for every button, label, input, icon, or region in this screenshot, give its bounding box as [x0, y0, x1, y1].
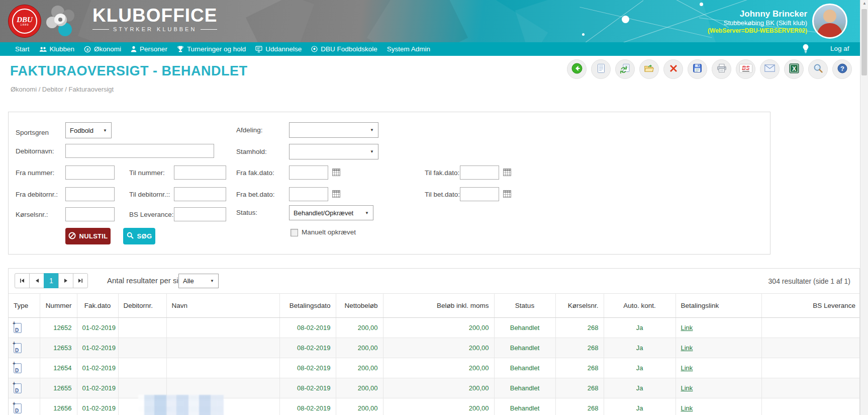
- til-nummer-input[interactable]: [174, 165, 226, 180]
- logout-link[interactable]: Log af: [830, 45, 849, 52]
- afdeling-select[interactable]: ▼: [289, 122, 378, 138]
- nav-item-uddannelse[interactable]: Uddannelse: [255, 45, 302, 53]
- invoice-document-icon[interactable]: [14, 343, 22, 353]
- sportsgren-select[interactable]: Fodbold ▼: [65, 122, 112, 138]
- calendar-icon[interactable]: [503, 190, 511, 198]
- cell-autokont: Ja: [604, 338, 676, 358]
- fra-nummer-input[interactable]: [65, 165, 115, 180]
- betalingslink-link[interactable]: Link: [676, 338, 761, 358]
- bs-leverance-input[interactable]: [174, 207, 226, 221]
- korselsnr-input[interactable]: [65, 207, 115, 221]
- cell-brutto: 200,00: [383, 358, 494, 378]
- cell-navn-redacted: [166, 318, 279, 338]
- print-button[interactable]: [712, 59, 731, 79]
- per-page-value: Alle: [183, 277, 194, 285]
- nav-item-klubben[interactable]: Klubben: [39, 45, 75, 53]
- soeg-button[interactable]: SØG: [123, 228, 155, 244]
- open-folder-button[interactable]: [639, 59, 659, 79]
- invoice-document-icon[interactable]: [14, 403, 22, 413]
- fra-betdato-input[interactable]: [289, 187, 328, 201]
- invoice-document-icon[interactable]: [14, 323, 22, 333]
- column-header-debitornr[interactable]: Debitornr.: [118, 294, 166, 318]
- search-button[interactable]: [808, 59, 828, 79]
- mail-button[interactable]: [760, 59, 780, 79]
- fra-betdato-label: Fra bet.dato:: [236, 191, 275, 198]
- scroll-up-arrow[interactable]: ▲: [860, 1, 868, 6]
- cell-bs-leverance: [761, 398, 860, 415]
- cell-netto: 200,00: [336, 378, 383, 398]
- nav-label: Klubben: [50, 45, 75, 53]
- column-header-korselsnr[interactable]: Kørselsnr.: [555, 294, 604, 318]
- nav-item-okonomi[interactable]: s Økonomi: [84, 45, 121, 53]
- help-button[interactable]: ?: [832, 59, 852, 79]
- page-number-button[interactable]: 1: [44, 273, 59, 288]
- column-header-betalingslink[interactable]: Betalingslink: [676, 294, 761, 318]
- sportsgren-label: Sportsgren: [16, 129, 49, 136]
- invoice-document-icon[interactable]: [14, 363, 22, 373]
- nav-item-fodboldskole[interactable]: DBU Fodboldskole: [311, 45, 377, 53]
- column-header-status[interactable]: Status: [494, 294, 555, 318]
- column-header-auto-kont[interactable]: Auto. kont.: [604, 294, 676, 318]
- nulstil-button[interactable]: NULSTIL: [65, 228, 111, 244]
- column-header-betalingsdato[interactable]: Betalingsdato: [279, 294, 336, 318]
- column-header-belob-inkl-moms[interactable]: Beløb inkl. moms: [383, 294, 494, 318]
- column-header-nettobelob[interactable]: Nettobeløb: [336, 294, 383, 318]
- betalingslink-link[interactable]: Link: [676, 378, 761, 398]
- betalingslink-link[interactable]: Link: [676, 318, 761, 338]
- betalingslink-link[interactable]: Link: [676, 358, 761, 378]
- next-page-button[interactable]: [58, 273, 73, 288]
- til-debitornr-label: Til debitornr.::: [129, 191, 170, 198]
- mail-icon: [764, 64, 775, 74]
- cell-korselsnr: 268: [555, 358, 604, 378]
- excel-button[interactable]: X: [784, 59, 804, 79]
- til-fakdato-input[interactable]: [460, 165, 499, 180]
- status-select[interactable]: Behandlet/Opkrævet ▼: [289, 205, 373, 220]
- cancel-button[interactable]: [663, 59, 683, 79]
- cell-betalingsdato: 08-02-2019: [279, 338, 336, 358]
- stamhold-select[interactable]: ▼: [289, 144, 378, 159]
- back-button[interactable]: [567, 59, 587, 79]
- cell-korselsnr: 268: [555, 378, 604, 398]
- nav-item-system-admin[interactable]: System Admin: [387, 45, 430, 53]
- invoice-document-icon[interactable]: [14, 383, 22, 393]
- cell-betalingsdato: 08-02-2019: [279, 358, 336, 378]
- cell-netto: 200,00: [336, 358, 383, 378]
- first-page-button[interactable]: [15, 273, 30, 288]
- new-report-icon: [597, 63, 606, 75]
- scrollbar-thumb[interactable]: [861, 9, 867, 75]
- calendar-icon[interactable]: [332, 169, 340, 176]
- avatar[interactable]: [812, 4, 847, 39]
- column-header-navn[interactable]: Navn: [166, 294, 279, 318]
- cell-bs-leverance: [761, 378, 860, 398]
- betalingsservice-button[interactable]: BS: [736, 59, 755, 79]
- switch-club-link[interactable]: (Skift klub): [777, 19, 807, 27]
- debitornavn-input[interactable]: [65, 144, 214, 158]
- save-button[interactable]: [688, 59, 707, 79]
- refresh-report-button[interactable]: [615, 59, 635, 79]
- lightbulb-icon[interactable]: [802, 44, 809, 56]
- cell-betalingsdato: 08-02-2019: [279, 318, 336, 338]
- column-header-nummer[interactable]: Nummer: [40, 294, 77, 318]
- last-page-button[interactable]: [73, 273, 88, 288]
- betalingslink-link[interactable]: Link: [676, 398, 761, 415]
- new-report-button[interactable]: [591, 59, 611, 79]
- column-header-type[interactable]: Type: [9, 294, 40, 318]
- per-page-select[interactable]: Alle ▼: [178, 274, 219, 288]
- column-header-bs-leverance[interactable]: BS Leverance: [761, 294, 860, 318]
- manuelt-opkraevet-checkbox[interactable]: [291, 229, 298, 236]
- til-nummer-label: Til nummer:: [129, 169, 165, 177]
- column-header-fakdato[interactable]: Fak.dato: [77, 294, 118, 318]
- table-row: 12656 01-02-2019 08-02-2019 200,00 200,0…: [9, 398, 860, 415]
- til-debitornr-input[interactable]: [174, 187, 226, 201]
- fra-fakdato-input[interactable]: [289, 165, 328, 180]
- calendar-icon[interactable]: [332, 190, 340, 198]
- nav-item-turneringer[interactable]: Turneringer og hold: [177, 45, 246, 53]
- search-icon: [127, 232, 134, 240]
- calendar-icon[interactable]: [503, 169, 511, 176]
- nav-label: DBU Fodboldskole: [321, 45, 377, 53]
- prev-page-button[interactable]: [29, 273, 44, 288]
- til-betdato-input[interactable]: [460, 187, 499, 201]
- fra-debitornr-input[interactable]: [65, 187, 115, 201]
- nav-item-personer[interactable]: Personer: [131, 45, 167, 53]
- nav-item-start[interactable]: Start: [15, 45, 30, 53]
